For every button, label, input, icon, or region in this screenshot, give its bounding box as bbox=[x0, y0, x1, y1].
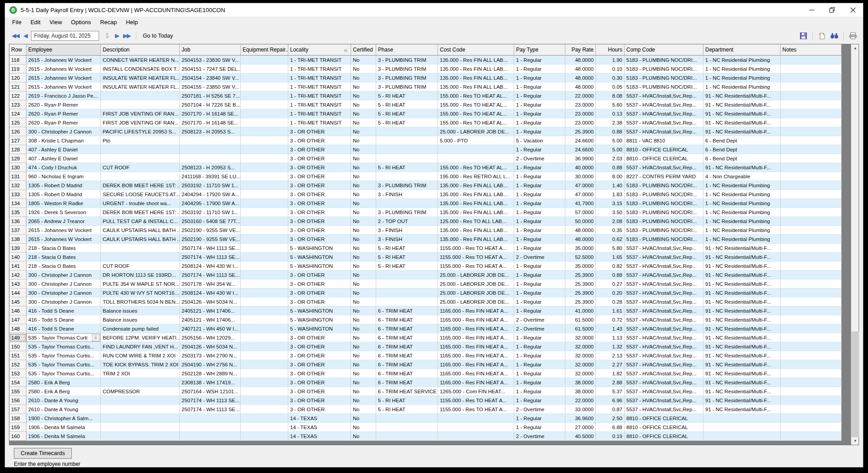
cell-comp_code[interactable]: 8811 - VAC 8810 bbox=[625, 136, 703, 145]
row-header[interactable]: 127 bbox=[9, 136, 26, 145]
cell-phase[interactable]: 5 - RI HEAT bbox=[376, 100, 438, 109]
cell-locality[interactable]: 3 - OR OTHER bbox=[288, 235, 351, 244]
cell-hours[interactable]: 0.88 bbox=[596, 127, 625, 136]
cell-hours[interactable]: 0.28 bbox=[596, 297, 625, 306]
cell-equipment[interactable] bbox=[241, 64, 288, 73]
cell-pay_rate[interactable]: 25.3900 bbox=[565, 280, 596, 288]
cell-cost_code[interactable]: 155.000 - Res TO HEAT AL... bbox=[438, 163, 514, 172]
cell-department[interactable]: 91 - NC Residential/Multi-F... bbox=[703, 369, 781, 378]
vertical-scrollbar[interactable]: ▲ ▼ bbox=[851, 44, 859, 445]
cell-cost_code[interactable]: 135.000 - Res FIN ALL LAB... bbox=[438, 226, 514, 235]
cell-locality[interactable]: 1 - TRI-MET TRANSIT bbox=[288, 56, 351, 64]
cell-employee[interactable]: 218 - Stacia O Bates bbox=[26, 262, 101, 271]
cell-certified[interactable]: No bbox=[351, 145, 376, 154]
cell-hours[interactable]: 2.88 bbox=[596, 378, 625, 387]
cell-phase[interactable]: 6 - TRIM HEAT bbox=[376, 324, 438, 333]
row-header[interactable]: 158 bbox=[9, 414, 26, 423]
cell-comp_code[interactable]: 5183 - PLUMBING NOC/DRI... bbox=[625, 82, 703, 91]
cell-pay_rate[interactable]: 48.0000 bbox=[565, 82, 596, 91]
cell-locality[interactable]: 3 - OR OTHER bbox=[288, 199, 351, 208]
cell-pay_type[interactable]: 1 - Regular bbox=[514, 208, 565, 217]
cell-certified[interactable]: No bbox=[351, 181, 376, 190]
cell-phase[interactable] bbox=[376, 414, 438, 423]
cell-phase[interactable]: 3 - PLUMBING TRIM bbox=[376, 208, 438, 217]
cell-pay_type[interactable]: 1 - Regular bbox=[514, 342, 565, 351]
cell-department[interactable]: 91 - NC Residential/Multi-F... bbox=[703, 306, 781, 315]
cell-job[interactable]: 2507174 - WH 1113 SE... bbox=[180, 396, 241, 405]
cell-equipment[interactable] bbox=[241, 181, 288, 190]
row-header[interactable]: 152 bbox=[9, 360, 26, 369]
cell-locality[interactable]: 5 - WASHINGTON bbox=[288, 262, 351, 271]
cell-cost_code[interactable]: 25.000 - LABORER JOB DE... bbox=[438, 288, 514, 297]
cell-phase[interactable]: 6 - TRIM HEAT bbox=[376, 315, 438, 324]
cell-hours[interactable]: 6.88 bbox=[596, 423, 625, 432]
cell-certified[interactable]: No bbox=[351, 369, 376, 378]
cell-hours[interactable]: 2.50 bbox=[596, 414, 625, 423]
cell-equipment[interactable] bbox=[241, 423, 288, 432]
cell-employee[interactable]: 2615 - Johannes W Vockert bbox=[26, 56, 101, 64]
cell-description[interactable]: BEFORE 12PM. VERIFY HEATI... bbox=[101, 333, 180, 342]
save-button[interactable] bbox=[799, 32, 807, 40]
cell-employee[interactable]: 300 - Christopher J Cannon bbox=[26, 297, 101, 306]
cell-notes[interactable] bbox=[781, 181, 842, 190]
cell-phase[interactable] bbox=[376, 432, 438, 441]
cell-comp_code[interactable]: 8810 - OFFICE CLERICAL bbox=[625, 414, 703, 423]
cell-pay_type[interactable]: 1 - Regular bbox=[514, 351, 565, 360]
cell-job[interactable]: 2504155 - 23850 SW V... bbox=[180, 82, 241, 91]
cell-certified[interactable]: No bbox=[351, 190, 376, 199]
cell-hours[interactable]: 3.15 bbox=[596, 199, 625, 208]
cell-equipment[interactable] bbox=[241, 280, 288, 288]
cell-comp_code[interactable]: 5537 - HVAC/Install,Svc,Rep... bbox=[625, 369, 703, 378]
cell-pay_type[interactable]: 1 - Regular bbox=[514, 306, 565, 315]
cell-phase[interactable]: 3 - FINISH bbox=[376, 235, 438, 244]
cell-job[interactable]: 2504153 - 23830 SW V... bbox=[180, 56, 241, 64]
cell-locality[interactable]: 14 - TEXAS bbox=[288, 432, 351, 441]
cell-notes[interactable] bbox=[781, 56, 842, 64]
cell-notes[interactable] bbox=[781, 315, 842, 324]
cell-pay_rate[interactable]: 27.0000 bbox=[565, 423, 596, 432]
cell-certified[interactable]: No bbox=[351, 333, 376, 342]
cell-notes[interactable] bbox=[781, 136, 842, 145]
cell-locality[interactable]: 3 - OR OTHER bbox=[288, 288, 351, 297]
cell-phase[interactable]: 2 - TOP OUT bbox=[376, 217, 438, 226]
cell-description[interactable]: TOLL BROTHERS 5034 N BEN... bbox=[101, 297, 180, 306]
cell-notes[interactable] bbox=[781, 73, 842, 82]
cell-certified[interactable]: No bbox=[351, 235, 376, 244]
cell-department[interactable]: 91 - NC Residential/Multi-F... bbox=[703, 244, 781, 253]
cell-job[interactable]: 2404295 - 17900 SW A... bbox=[180, 199, 241, 208]
cell-pay_type[interactable]: 2 - Overtime bbox=[514, 432, 565, 441]
cell-phase[interactable]: 3 - PLUMBING TRIM bbox=[376, 56, 438, 64]
row-header[interactable]: 148 bbox=[9, 324, 26, 333]
cell-hours[interactable]: 0.82 bbox=[596, 262, 625, 271]
cell-employee[interactable]: 300 - Christopher J Cannon bbox=[26, 127, 101, 136]
create-timecards-button[interactable]: Create Timecards bbox=[14, 448, 72, 459]
cell-certified[interactable]: No bbox=[351, 306, 376, 315]
cell-pay_type[interactable]: 1 - Regular bbox=[514, 297, 565, 306]
cell-comp_code[interactable]: 5537 - HVAC/Install,Svc,Rep... bbox=[625, 127, 703, 136]
column-header-certified[interactable]: Certified bbox=[351, 44, 376, 56]
cell-comp_code[interactable]: 5537 - HVAC/Install,Svc,Rep... bbox=[625, 405, 703, 414]
cell-certified[interactable]: No bbox=[351, 360, 376, 369]
row-header[interactable]: 130 bbox=[9, 163, 26, 172]
cell-phase[interactable]: 5 - RI HEAT bbox=[376, 262, 438, 271]
cell-pay_rate[interactable]: 41.0000 bbox=[565, 306, 596, 315]
cell-phase[interactable] bbox=[376, 154, 438, 163]
row-header[interactable]: 123 bbox=[9, 100, 26, 109]
column-header-pay_rate[interactable]: Pay Rate bbox=[565, 44, 596, 56]
cell-pay_rate[interactable]: 50.0000 bbox=[565, 217, 596, 226]
menu-item-options[interactable]: Options bbox=[66, 17, 95, 28]
cell-employee[interactable]: 1305 - Robert D Madrid bbox=[26, 190, 101, 199]
cell-job[interactable]: 2404294 - 17920 SW A... bbox=[180, 190, 241, 199]
cell-hours[interactable]: 2.27 bbox=[596, 360, 625, 369]
first-record-button[interactable]: ◀◀ bbox=[9, 32, 21, 39]
cell-equipment[interactable] bbox=[241, 235, 288, 244]
cell-job[interactable] bbox=[180, 136, 241, 145]
cell-department[interactable]: 1 - NC Residential Plumbing bbox=[703, 217, 781, 226]
cell-pay_type[interactable]: 1 - Regular bbox=[514, 235, 565, 244]
cell-hours[interactable]: 5.00 bbox=[596, 136, 625, 145]
cell-certified[interactable]: No bbox=[351, 100, 376, 109]
row-header[interactable]: 118 bbox=[9, 56, 26, 64]
cell-certified[interactable]: No bbox=[351, 56, 376, 64]
cell-certified[interactable]: No bbox=[351, 208, 376, 217]
cell-pay_type[interactable]: 1 - Regular bbox=[514, 163, 565, 172]
